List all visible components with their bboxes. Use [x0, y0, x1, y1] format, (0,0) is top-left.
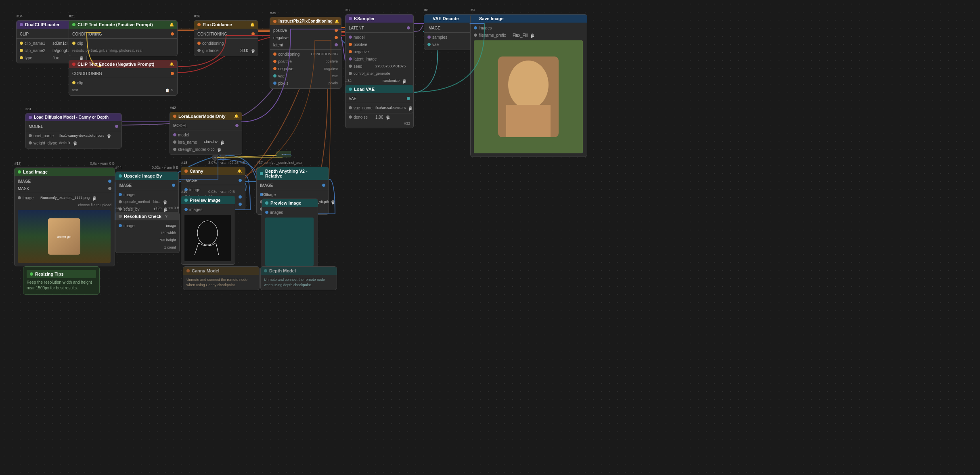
output-port[interactable]: [172, 184, 175, 187]
input-port[interactable]: [273, 67, 276, 70]
input-port[interactable]: [349, 65, 352, 68]
field-image: image: [115, 191, 178, 198]
node-title: DualCLIPLoader: [25, 22, 60, 27]
field-upscale-method: upscale_method bic.. ▶: [115, 198, 178, 205]
output-port[interactable]: [407, 26, 410, 29]
node-title: Preview Image: [190, 198, 220, 203]
node-body: CONDITIONING clip realistic portrait, gi…: [69, 29, 177, 56]
field-model: model: [170, 131, 242, 138]
output-port[interactable]: [115, 125, 118, 128]
input-port[interactable]: [349, 36, 352, 39]
output-port[interactable]: [251, 32, 255, 36]
field-control: control_after_generate: [346, 70, 413, 77]
output-port[interactable]: [235, 124, 239, 127]
input-port[interactable]: [173, 140, 176, 144]
input-port[interactable]: [273, 74, 276, 77]
input-port[interactable]: [349, 57, 352, 61]
field-count: 1 count: [115, 244, 179, 251]
input-port[interactable]: [119, 200, 122, 203]
node-id: #18: [181, 161, 187, 165]
input-port[interactable]: [173, 148, 176, 151]
input-port[interactable]: [474, 26, 477, 29]
node-title: Resolution Check: [124, 214, 161, 219]
port-vae-output: VAE: [346, 95, 413, 102]
node-header: Load Diffusion Model - Canny or Depth: [25, 113, 121, 121]
input-port[interactable]: [349, 43, 352, 46]
input-port[interactable]: [273, 60, 276, 63]
field-negative: negative negative: [270, 65, 341, 72]
node-status-dot: [72, 23, 75, 26]
input-port[interactable]: [427, 36, 431, 39]
input-port[interactable]: [349, 50, 352, 53]
node-status-dot: [273, 20, 276, 23]
output-port-mask[interactable]: [108, 187, 111, 190]
input-port[interactable]: [20, 56, 23, 59]
node-status-dot: [349, 17, 352, 20]
input-port[interactable]: [197, 49, 201, 52]
input-port[interactable]: [184, 208, 188, 211]
node-id: #21: [69, 14, 75, 18]
field-images: images: [471, 24, 587, 31]
node-body: MODEL unet_name flux1-canny-dev.saletens…: [25, 121, 121, 148]
input-port-clip[interactable]: [72, 42, 75, 45]
input-port[interactable]: [29, 141, 32, 144]
junction-node-3: ● ●: [276, 151, 291, 157]
node-header: Upscale Image By: [115, 172, 178, 180]
node-lora-loader: #42 LoraLoaderModelOnly 🔔 MODEL model lo…: [170, 112, 242, 155]
input-port[interactable]: [273, 52, 276, 56]
node-resolution-check: 0.0s - vram 0 B #46 KJNodes Resolution C…: [115, 212, 180, 253]
field-positive: positive positive: [270, 58, 341, 65]
input-port[interactable]: [349, 106, 352, 109]
node-body: Unmute and connect the remote node when …: [183, 275, 259, 290]
node-body: IMAGE MASK image Runcomfy_example_1171.p…: [15, 176, 115, 266]
input-port[interactable]: [273, 82, 276, 85]
input-port[interactable]: [18, 196, 21, 199]
output-port[interactable]: [171, 72, 174, 75]
input-port[interactable]: [119, 224, 122, 227]
node-title: Depth Model: [269, 268, 296, 273]
node-header: InstructPix2PixConditioning 🔔: [270, 17, 341, 25]
output-port[interactable]: [322, 184, 325, 187]
output-port-value[interactable]: [239, 195, 242, 199]
node-header: CLIP Text Encode (Negative Prompt) 🔔: [69, 60, 177, 68]
node-title: Upscale Image By: [124, 174, 162, 178]
output-port[interactable]: [239, 179, 242, 182]
node-body: image image 760 width 760 height 1 count: [115, 220, 179, 253]
field-arrow[interactable]: ▶: [251, 49, 255, 52]
input-port[interactable]: [20, 42, 23, 45]
node-id: #9: [471, 8, 475, 12]
output-port-latent[interactable]: [335, 43, 338, 46]
input-port[interactable]: [265, 211, 268, 214]
field-choose-file[interactable]: choose file to upload: [15, 201, 115, 209]
field-arrow[interactable]: ▶: [80, 56, 83, 59]
input-port[interactable]: [72, 81, 75, 84]
field-seed: seed 275357538481075: [346, 63, 413, 70]
node-flux-guidance: #26 FluxGuidance 🔔 CONDITIONING conditio…: [194, 20, 258, 56]
input-port[interactable]: [119, 193, 122, 196]
output-port-positive[interactable]: [335, 29, 338, 32]
input-port[interactable]: [20, 49, 23, 52]
note-content: Keep the resolution width and height nea…: [27, 280, 96, 291]
input-port[interactable]: [173, 133, 176, 136]
input-port[interactable]: [197, 42, 201, 45]
field-height: 760 height: [115, 236, 179, 244]
output-port-image[interactable]: [108, 180, 111, 183]
node-title: Load Diffusion Model - Canny or Depth: [34, 115, 109, 119]
input-port[interactable]: [29, 134, 32, 137]
output-port[interactable]: [407, 97, 410, 100]
output-port-conditioning[interactable]: [171, 32, 174, 36]
input-port[interactable]: [349, 72, 352, 75]
node-load-diffusion: #31 Load Diffusion Model - Canny or Dept…: [25, 113, 122, 149]
node-clip-text-positive: #21 CLIP Text Encode (Positive Prompt) 🔔…: [69, 20, 178, 56]
output-port-value[interactable]: [239, 203, 242, 206]
node-header: Load VAE: [346, 85, 413, 93]
input-port[interactable]: [427, 43, 431, 46]
input-port[interactable]: [349, 115, 352, 119]
note-resizing-tips: Resizing Tips Keep the resolution width …: [23, 266, 100, 295]
output-port-negative[interactable]: [335, 36, 338, 39]
field-pixels: pixels pixels: [270, 80, 341, 87]
note-header: Resizing Tips: [27, 270, 96, 278]
input-port[interactable]: [474, 33, 477, 37]
node-status-dot: [184, 199, 188, 202]
node-title: KSampler: [354, 16, 375, 21]
